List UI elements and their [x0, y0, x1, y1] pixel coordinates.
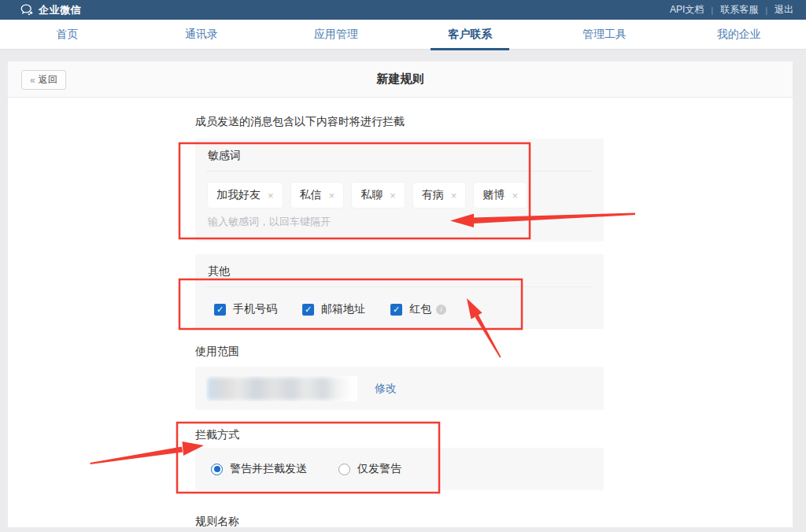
back-chevron-icon: «: [30, 75, 35, 86]
tab-app-management[interactable]: 应用管理: [268, 20, 403, 49]
tab-home[interactable]: 首页: [0, 20, 135, 49]
wework-logo-icon: [20, 4, 34, 16]
sensitive-word-input[interactable]: 输入敏感词，以回车键隔开: [206, 215, 593, 229]
intercept-method-label: 拦截方式: [195, 428, 239, 442]
sensitive-words-panel: 敏感词 加我好友 × 私信 × 私聊 × 有病 × 赌博 ×: [195, 139, 604, 242]
api-docs-link[interactable]: API文档: [670, 3, 704, 17]
divider: [206, 171, 593, 172]
checkbox-email-address[interactable]: ✓ 邮箱地址: [302, 302, 365, 316]
back-label: 返回: [39, 73, 57, 87]
tag-label: 有病: [422, 188, 444, 202]
intercept-intro-text: 成员发送的消息包含以下内容时将进行拦截: [195, 115, 405, 129]
checked-checkbox-icon[interactable]: ✓: [214, 304, 226, 316]
info-icon[interactable]: i: [436, 305, 446, 315]
separator: |: [765, 6, 767, 15]
tag-label: 赌博: [482, 188, 505, 202]
scope-label: 使用范围: [195, 345, 239, 359]
tab-my-company[interactable]: 我的企业: [671, 20, 806, 49]
scope-panel: 修改: [195, 367, 604, 410]
brand-text: 企业微信: [39, 3, 81, 17]
topbar: 企业微信 API文档 | 联系客服 | 退出: [0, 0, 806, 20]
radio-warn-and-block[interactable]: 警告并拦截发送: [206, 462, 307, 476]
radio-unselected-icon[interactable]: [338, 464, 350, 475]
tab-customer-contact[interactable]: 客户联系: [403, 20, 538, 49]
checkbox-label: 红包: [409, 302, 431, 316]
tag-remove-icon[interactable]: ×: [329, 190, 335, 201]
tag-label: 加我好友: [216, 188, 261, 202]
logout-link[interactable]: 退出: [775, 3, 793, 17]
tag-remove-icon[interactable]: ×: [512, 190, 518, 201]
checkbox-label: 手机号码: [233, 302, 277, 316]
page-header: « 返回 新建规则: [8, 61, 793, 98]
intercept-method-panel: 警告并拦截发送 仅发警告: [195, 448, 604, 490]
checkbox-phone-number[interactable]: ✓ 手机号码: [214, 302, 277, 316]
tag-remove-icon[interactable]: ×: [390, 190, 396, 201]
tag-chip: 赌博 ×: [474, 183, 527, 208]
radio-label: 警告并拦截发送: [230, 462, 307, 476]
separator: |: [711, 6, 713, 15]
sensitive-words-title: 敏感词: [206, 149, 593, 163]
tag-label: 私聊: [360, 188, 383, 202]
other-checkboxes: ✓ 手机号码 ✓ 邮箱地址 ✓ 红包 i: [206, 302, 593, 316]
other-panel: 其他 ✓ 手机号码 ✓ 邮箱地址 ✓ 红包 i: [195, 254, 604, 329]
checkbox-label: 邮箱地址: [321, 302, 365, 316]
page-title: 新建规则: [8, 72, 793, 87]
checkbox-red-packet[interactable]: ✓ 红包 i: [390, 302, 446, 316]
radio-warn-only[interactable]: 仅发警告: [334, 462, 401, 476]
brand: 企业微信: [20, 3, 81, 17]
tag-label: 私信: [300, 188, 322, 202]
tag-chip: 有病 ×: [413, 183, 466, 208]
checked-checkbox-icon[interactable]: ✓: [302, 304, 314, 316]
tag-remove-icon[interactable]: ×: [451, 190, 457, 201]
checked-checkbox-icon[interactable]: ✓: [390, 304, 402, 316]
sensitive-word-tags: 加我好友 × 私信 × 私聊 × 有病 × 赌博 ×: [206, 183, 593, 208]
scope-modify-link[interactable]: 修改: [375, 382, 397, 396]
tab-contacts[interactable]: 通讯录: [135, 20, 269, 49]
tag-remove-icon[interactable]: ×: [268, 190, 274, 201]
redaction-blur: [207, 377, 353, 401]
radio-label: 仅发警告: [357, 462, 401, 476]
tag-chip: 加我好友 ×: [208, 183, 283, 208]
other-title: 其他: [206, 264, 593, 279]
tag-chip: 私聊 ×: [352, 183, 405, 208]
topbar-links: API文档 | 联系客服 | 退出: [670, 3, 793, 17]
radio-selected-icon[interactable]: [211, 464, 223, 475]
contact-support-link[interactable]: 联系客服: [720, 3, 758, 17]
tab-management-tools[interactable]: 管理工具: [538, 20, 672, 49]
back-button[interactable]: « 返回: [21, 70, 66, 90]
tag-chip: 私信 ×: [291, 183, 344, 208]
divider: [206, 286, 593, 287]
rule-form: 成员发送的消息包含以下内容时将进行拦截 敏感词 加我好友 × 私信 × 私聊 ×…: [8, 98, 793, 527]
main-nav: 首页 通讯录 应用管理 客户联系 管理工具 我的企业: [0, 20, 806, 50]
rule-name-label: 规则名称: [195, 515, 239, 527]
scope-selected-redacted: [206, 376, 357, 401]
